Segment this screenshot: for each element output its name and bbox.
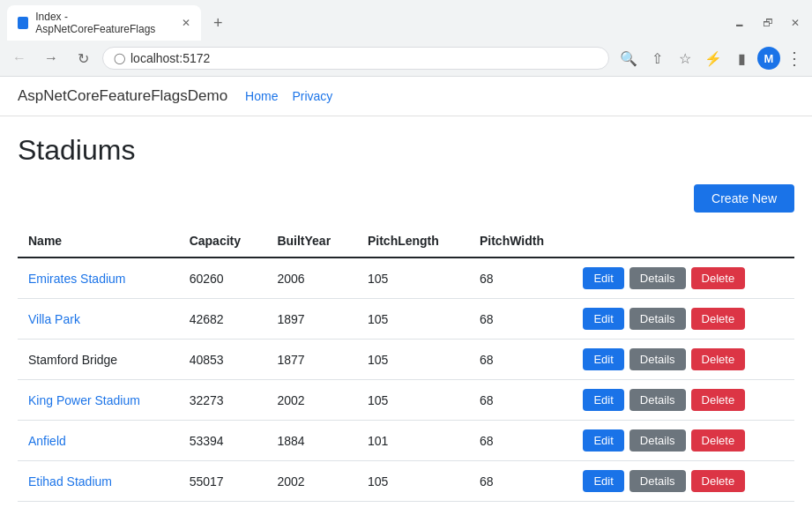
details-button[interactable]: Details xyxy=(629,429,686,452)
browser-toolbar: ← → ↻ ◯ localhost:5172 🔍 ⇧ ☆ ⚡ ▮ M ⋮ xyxy=(0,41,812,76)
cell-actions: EditDetailsDelete xyxy=(572,299,794,340)
share-icon[interactable]: ⇧ xyxy=(644,46,669,71)
cell-pitchwidth: 68 xyxy=(469,299,572,340)
table-row: Stamford Bridge40853187710568EditDetails… xyxy=(18,340,794,380)
main-content: Stadiums Create New Name Capacity BuiltY… xyxy=(0,116,812,515)
col-header-builtyear: BuiltYear xyxy=(266,227,357,258)
table-header: Name Capacity BuiltYear PitchLength Pitc… xyxy=(18,227,794,258)
site-brand: AspNetCoreFeatureFlagsDemo xyxy=(18,87,227,105)
cell-capacity: 55017 xyxy=(179,461,267,502)
table-row: Etihad Stadium55017200210568EditDetailsD… xyxy=(18,461,794,502)
action-buttons: EditDetailsDelete xyxy=(583,348,784,370)
site-nav: AspNetCoreFeatureFlagsDemo Home Privacy xyxy=(0,77,812,116)
restore-icon[interactable]: 🗗 xyxy=(757,15,778,31)
cell-name: King Power Stadium xyxy=(18,380,179,421)
create-btn-row: Create New xyxy=(18,184,794,213)
bookmark-icon[interactable]: ☆ xyxy=(673,46,697,71)
back-button[interactable]: ← xyxy=(7,46,32,71)
reload-button[interactable]: ↻ xyxy=(71,46,95,71)
stadium-link[interactable]: Emirates Stadium xyxy=(28,272,125,286)
browser-title-bar: Index - AspNetCoreFeatureFlags ✕ + 🗕 🗗 ✕ xyxy=(0,0,812,41)
details-button[interactable]: Details xyxy=(629,267,686,289)
browser-chrome: Index - AspNetCoreFeatureFlags ✕ + 🗕 🗗 ✕… xyxy=(0,0,812,77)
delete-button[interactable]: Delete xyxy=(691,389,746,411)
tab-favicon xyxy=(18,17,28,29)
cell-builtyear: 2002 xyxy=(266,380,357,421)
delete-button[interactable]: Delete xyxy=(691,267,746,289)
tab-close-icon[interactable]: ✕ xyxy=(182,17,190,29)
edit-button[interactable]: Edit xyxy=(583,308,623,330)
menu-button[interactable]: ⋮ xyxy=(784,48,805,69)
cell-name: Emirates Stadium xyxy=(18,258,179,299)
delete-button[interactable]: Delete xyxy=(691,348,746,370)
table-row: Villa Park42682189710568EditDetailsDelet… xyxy=(18,299,794,340)
details-button[interactable]: Details xyxy=(629,308,686,330)
delete-button[interactable]: Delete xyxy=(691,308,746,330)
split-screen-icon[interactable]: ▮ xyxy=(729,46,754,71)
edit-button[interactable]: Edit xyxy=(583,429,623,452)
lock-icon: ◯ xyxy=(114,52,125,64)
window-controls: 🗕 🗗 ✕ xyxy=(729,15,805,31)
cell-pitchwidth: 68 xyxy=(469,258,572,299)
cell-pitchlength: 105 xyxy=(357,340,469,380)
cell-actions: EditDetailsDelete xyxy=(572,340,794,380)
minimise-icon[interactable]: 🗕 xyxy=(729,15,750,31)
profile-icon[interactable]: M xyxy=(757,47,780,70)
action-buttons: EditDetailsDelete xyxy=(583,389,784,411)
cell-actions: EditDetailsDelete xyxy=(572,380,794,421)
edit-button[interactable]: Edit xyxy=(583,470,623,492)
col-header-capacity: Capacity xyxy=(179,227,267,258)
cell-pitchlength: 105 xyxy=(357,380,469,421)
col-header-name: Name xyxy=(18,227,179,258)
table-row: Anfield53394188410168EditDetailsDelete xyxy=(18,421,794,461)
stadium-link[interactable]: Etihad Stadium xyxy=(28,474,112,489)
table-row: King Power Stadium32273200210568EditDeta… xyxy=(18,380,794,421)
col-header-pitchwidth: PitchWidth xyxy=(469,227,572,258)
action-buttons: EditDetailsDelete xyxy=(583,429,784,452)
create-new-button[interactable]: Create New xyxy=(694,184,794,213)
cell-capacity: 60260 xyxy=(179,258,267,299)
col-header-actions xyxy=(572,227,794,258)
new-tab-button[interactable]: + xyxy=(206,12,230,34)
delete-button[interactable]: Delete xyxy=(691,470,746,492)
edit-button[interactable]: Edit xyxy=(583,348,623,370)
stadium-link[interactable]: King Power Stadium xyxy=(28,393,140,407)
cell-builtyear: 2006 xyxy=(266,258,357,299)
edit-button[interactable]: Edit xyxy=(583,389,623,411)
page-wrapper: AspNetCoreFeatureFlagsDemo Home Privacy … xyxy=(0,77,812,515)
table-header-row: Name Capacity BuiltYear PitchLength Pitc… xyxy=(18,227,794,258)
cell-pitchlength: 105 xyxy=(357,299,469,340)
cell-capacity: 40853 xyxy=(179,340,267,380)
cell-pitchwidth: 68 xyxy=(469,380,572,421)
site-nav-links: Home Privacy xyxy=(245,89,332,103)
edit-button[interactable]: Edit xyxy=(583,267,623,289)
nav-link-privacy[interactable]: Privacy xyxy=(292,89,332,103)
cell-capacity: 32273 xyxy=(179,380,267,421)
cell-builtyear: 1884 xyxy=(266,421,357,461)
delete-button[interactable]: Delete xyxy=(691,429,746,452)
nav-link-home[interactable]: Home xyxy=(245,89,278,103)
close-window-icon[interactable]: ✕ xyxy=(786,15,805,31)
search-icon[interactable]: 🔍 xyxy=(616,46,641,71)
details-button[interactable]: Details xyxy=(629,389,686,411)
cell-pitchlength: 105 xyxy=(357,461,469,502)
action-buttons: EditDetailsDelete xyxy=(583,308,784,330)
cell-name: Stamford Bridge xyxy=(18,340,179,380)
address-bar[interactable]: ◯ localhost:5172 xyxy=(102,47,609,70)
tab-title: Index - AspNetCoreFeatureFlags xyxy=(35,11,171,35)
cell-name: Anfield xyxy=(18,421,179,461)
cell-pitchlength: 105 xyxy=(357,258,469,299)
stadium-link[interactable]: Villa Park xyxy=(28,312,80,326)
page-title: Stadiums xyxy=(18,134,794,167)
details-button[interactable]: Details xyxy=(629,470,686,492)
stadiums-table: Name Capacity BuiltYear PitchLength Pitc… xyxy=(18,227,794,502)
forward-button[interactable]: → xyxy=(39,46,63,71)
browser-tab[interactable]: Index - AspNetCoreFeatureFlags ✕ xyxy=(7,5,201,41)
page-content: AspNetCoreFeatureFlagsDemo Home Privacy … xyxy=(0,77,812,515)
details-button[interactable]: Details xyxy=(629,348,686,370)
stadium-link[interactable]: Anfield xyxy=(28,434,66,448)
cell-builtyear: 1897 xyxy=(266,299,357,340)
browser-toolbar-icons: 🔍 ⇧ ☆ ⚡ ▮ M ⋮ xyxy=(616,46,805,71)
extensions-icon[interactable]: ⚡ xyxy=(701,46,726,71)
cell-pitchwidth: 68 xyxy=(469,421,572,461)
